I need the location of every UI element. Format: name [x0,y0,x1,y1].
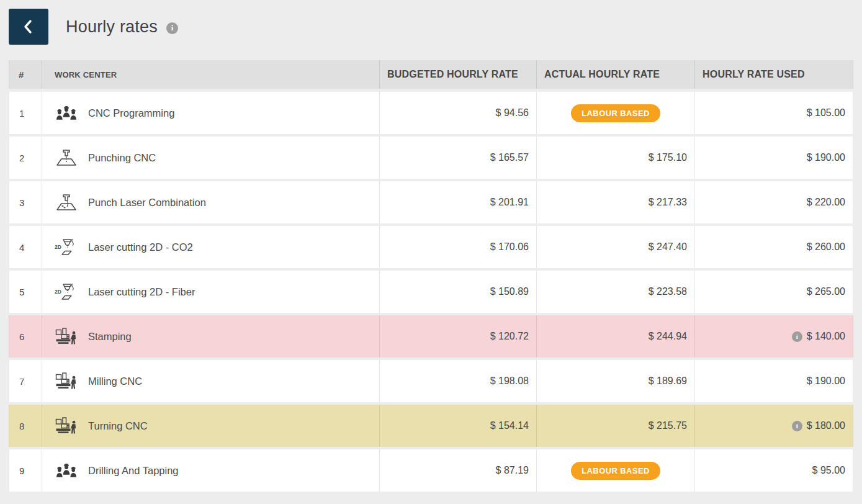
work-center-label: Stamping [88,331,132,343]
work-center-label: Laser cutting 2D - Fiber [88,286,195,298]
work-center-cell: Stamping [42,315,380,358]
work-center-cell: Milling CNC [42,360,380,402]
table-row[interactable]: 7Milling CNC$ 198.08$ 189.69$ 190.00 [9,360,853,402]
column-header-rate-used: HOURLY RATE USED [695,60,853,89]
workers-team-icon [55,461,78,480]
work-center-cell: Punch Laser Combination [42,181,380,223]
work-center-cell: 2DLaser cutting 2D - CO2 [42,226,380,268]
budgeted-rate-cell: $ 201.91 [380,181,537,223]
row-number: 8 [9,405,42,447]
table-header-row: # WORK CENTER BUDGETED HOURLY RATE ACTUA… [9,60,853,89]
actual-rate-cell: $ 223.58 [537,271,695,313]
table-row[interactable]: 52DLaser cutting 2D - Fiber$ 150.89$ 223… [9,271,853,313]
actual-rate-cell: $ 217.33 [537,181,695,223]
work-center-label: Milling CNC [88,376,142,387]
budgeted-rate-cell: $ 150.89 [380,271,537,313]
rate-used-cell: $ 105.00 [695,92,853,134]
row-number: 7 [9,360,42,402]
rate-used-cell: i$ 180.00 [695,405,853,447]
svg-text:2D: 2D [55,244,61,250]
punching-machine-icon [55,148,78,168]
rate-used-value: $ 220.00 [807,197,845,208]
rate-used-value: $ 190.00 [807,376,845,387]
info-icon[interactable]: i [166,22,178,34]
punch-laser-machine-icon [55,193,78,212]
actual-rate-cell: $ 189.69 [537,360,695,402]
column-header-index: # [9,60,42,89]
rate-used-cell: i$ 140.00 [695,315,853,358]
rate-used-value: $ 190.00 [807,152,845,163]
row-number: 4 [9,226,42,268]
page-title: Hourly rates [66,17,158,37]
budgeted-rate-cell: $ 165.57 [380,137,537,179]
budgeted-rate-cell: $ 120.72 [380,315,537,358]
table-row[interactable]: 1CNC Programming$ 94.56LABOUR BASED$ 105… [9,92,853,134]
actual-rate-cell: $ 175.10 [537,137,695,179]
laser-cutting-2d-icon: 2D [55,282,78,302]
work-center-cell: Turning CNC [42,405,380,447]
svg-text:2D: 2D [55,289,61,295]
rate-used-value: $ 265.00 [807,286,845,297]
rate-used-cell: $ 265.00 [695,271,853,313]
table-row[interactable]: 9Drilling And Tapping$ 87.19LABOUR BASED… [9,449,853,492]
hourly-rates-table: # WORK CENTER BUDGETED HOURLY RATE ACTUA… [9,60,853,492]
column-header-actual-rate: ACTUAL HOURLY RATE [537,60,695,89]
cnc-machine-operator-icon [55,372,78,391]
budgeted-rate-cell: $ 94.56 [380,92,537,134]
table-row[interactable]: 6Stamping$ 120.72$ 244.94i$ 140.00 [9,315,853,358]
work-center-cell: Punching CNC [42,137,380,179]
rate-used-cell: $ 95.00 [695,449,853,492]
column-header-work-center: WORK CENTER [42,60,380,89]
actual-rate-cell: $ 215.75 [537,405,695,447]
info-icon[interactable]: i [792,331,802,342]
row-number: 1 [9,92,42,134]
actual-rate-cell: $ 247.40 [537,226,695,268]
rate-used-value: $ 260.00 [807,241,845,253]
actual-rate-cell: LABOUR BASED [537,449,695,492]
hourly-rates-page: Hourly rates i # WORK CENTER BUDGETED HO… [0,0,862,504]
row-number: 2 [9,137,42,179]
work-center-cell: CNC Programming [42,92,380,134]
table-row[interactable]: 3Punch Laser Combination$ 201.91$ 217.33… [9,181,853,223]
row-number: 6 [9,315,42,358]
work-center-label: Drilling And Tapping [88,465,179,477]
actual-rate-cell: LABOUR BASED [537,92,695,134]
rate-used-value: $ 180.00 [807,420,845,431]
budgeted-rate-cell: $ 170.06 [380,226,537,268]
work-center-cell: 2DLaser cutting 2D - Fiber [42,271,380,313]
rate-used-value: $ 140.00 [807,331,845,342]
actual-rate-cell: $ 244.94 [537,315,695,358]
cnc-machine-operator-icon [55,416,78,436]
cnc-machine-operator-icon [55,327,78,346]
chevron-left-icon [21,19,36,35]
info-icon[interactable]: i [792,421,802,431]
rate-used-cell: $ 220.00 [695,181,853,223]
work-center-cell: Drilling And Tapping [42,449,380,492]
laser-cutting-2d-icon: 2D [55,238,78,257]
table-row[interactable]: 2Punching CNC$ 165.57$ 175.10$ 190.00 [9,137,853,179]
budgeted-rate-cell: $ 198.08 [380,360,537,402]
budgeted-rate-cell: $ 154.14 [380,405,537,447]
work-center-label: Turning CNC [88,420,148,432]
column-header-budgeted-rate: BUDGETED HOURLY RATE [380,60,537,89]
back-button[interactable] [9,9,48,45]
table-row[interactable]: 42DLaser cutting 2D - CO2$ 170.06$ 247.4… [9,226,853,268]
rate-used-cell: $ 190.00 [695,360,853,402]
row-number: 9 [9,449,42,492]
rate-used-cell: $ 190.00 [695,137,853,179]
workers-team-icon [55,104,78,123]
work-center-label: CNC Programming [88,107,174,119]
work-center-label: Punching CNC [88,152,156,164]
rate-used-cell: $ 260.00 [695,226,853,268]
labour-based-badge: LABOUR BASED [571,104,660,122]
labour-based-badge: LABOUR BASED [571,462,660,480]
work-center-label: Punch Laser Combination [88,197,206,209]
table-row[interactable]: 8Turning CNC$ 154.14$ 215.75i$ 180.00 [9,405,853,447]
budgeted-rate-cell: $ 87.19 [380,449,537,492]
rate-used-value: $ 105.00 [807,107,845,119]
table-body: 1CNC Programming$ 94.56LABOUR BASED$ 105… [9,92,853,492]
work-center-label: Laser cutting 2D - CO2 [88,241,193,253]
topbar: Hourly rates i [9,9,853,45]
rate-used-value: $ 95.00 [812,465,845,476]
row-number: 3 [9,181,42,223]
